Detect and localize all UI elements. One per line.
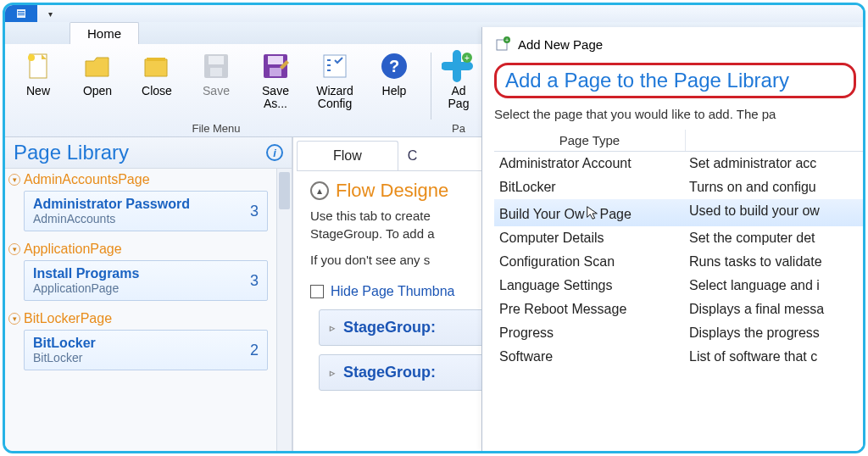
save-as-button[interactable]: Save As... xyxy=(251,49,300,120)
page-item-bitlocker[interactable]: BitLockerBitLocker 2 xyxy=(24,330,268,370)
hide-thumbnails-label: Hide Page Thumbna xyxy=(331,284,454,299)
page-type-row[interactable]: Language SettingsSelect language and i xyxy=(494,274,863,298)
wizard-config-button[interactable]: Wizard Config xyxy=(310,49,359,120)
page-type-row[interactable]: SoftwareList of software that c xyxy=(494,345,863,369)
new-button[interactable]: New xyxy=(14,49,63,120)
svg-rect-3 xyxy=(18,14,25,15)
add-page-dialog: + Add New Page Add a Page to the Page Li… xyxy=(481,27,863,451)
close-button[interactable]: Close xyxy=(132,49,181,120)
dialog-heading-highlight: Add a Page to the Page Library xyxy=(494,63,856,98)
svg-text:+: + xyxy=(465,53,470,63)
ribbon-group-file-label: File Menu xyxy=(192,120,240,136)
svg-rect-2 xyxy=(18,13,25,14)
svg-rect-1 xyxy=(18,11,25,12)
open-button[interactable]: Open xyxy=(73,49,122,120)
twisty-icon: ▾ xyxy=(8,174,20,186)
page-library-panel: Page Library i ▾AdminAccountsPage Admini… xyxy=(5,137,293,451)
twisty-icon: ▾ xyxy=(8,313,20,325)
page-type-row[interactable]: Build Your OwPageUsed to build your ow xyxy=(494,199,863,226)
twisty-icon: ▾ xyxy=(8,243,20,255)
dialog-icon: + xyxy=(494,36,511,53)
page-library-title: Page Library xyxy=(14,141,266,164)
app-menu-icon[interactable] xyxy=(5,5,37,22)
expand-icon: ▹ xyxy=(330,367,335,379)
page-type-row[interactable]: Pre Reboot MessageDisplays a final messa xyxy=(494,298,863,321)
title-bar: ▾ xyxy=(5,5,863,22)
page-type-row[interactable]: Computer DetailsSet the computer det xyxy=(494,226,863,250)
flow-designer-title: Flow Designe xyxy=(336,180,448,202)
ribbon-group-page-label: Pa xyxy=(452,120,465,136)
sidebar-scrollbar[interactable] xyxy=(276,169,292,451)
category-bitlocker[interactable]: ▾BitLockerPage xyxy=(8,311,271,326)
page-type-row[interactable]: BitLockerTurns on and configu xyxy=(494,175,863,199)
dialog-subtitle: Select the page that you would like to a… xyxy=(494,107,863,121)
quick-access-dropdown[interactable]: ▾ xyxy=(37,5,63,22)
dialog-heading: Add a Page to the Page Library xyxy=(505,69,845,92)
tab-home[interactable]: Home xyxy=(70,22,139,44)
expand-icon: ▹ xyxy=(330,322,335,334)
collapse-icon[interactable]: ▴ xyxy=(310,181,329,200)
page-type-row[interactable]: Administrator AccountSet administrator a… xyxy=(494,152,863,175)
help-button[interactable]: ?Help xyxy=(370,49,419,120)
add-page-button[interactable]: +Ad Pag xyxy=(437,49,481,120)
save-button[interactable]: Save xyxy=(192,49,241,120)
svg-rect-9 xyxy=(210,68,222,76)
dialog-title: Add New Page xyxy=(518,37,603,52)
page-item-admin-password[interactable]: Administrator PasswordAdminAccounts 3 xyxy=(24,191,268,231)
page-item-install-programs[interactable]: Install ProgramsApplicationPage 3 xyxy=(24,260,268,301)
tab-flow[interactable]: Flow xyxy=(297,141,398,170)
category-application[interactable]: ▾ApplicationPage xyxy=(8,242,271,257)
svg-rect-11 xyxy=(268,56,283,64)
svg-text:+: + xyxy=(505,37,509,43)
page-type-table: Page Type Administrator AccountSet admin… xyxy=(494,130,863,369)
hide-thumbnails-checkbox[interactable] xyxy=(310,285,324,298)
category-admin-accounts[interactable]: ▾AdminAccountsPage xyxy=(8,172,271,187)
svg-rect-8 xyxy=(209,56,224,64)
svg-rect-12 xyxy=(270,68,281,76)
tab-other[interactable]: C xyxy=(398,141,427,170)
page-type-row[interactable]: ProgressDisplays the progress xyxy=(494,321,863,345)
mouse-cursor-icon xyxy=(585,205,600,224)
col-page-type[interactable]: Page Type xyxy=(494,130,686,151)
svg-point-6 xyxy=(28,54,35,61)
info-icon[interactable]: i xyxy=(266,144,283,161)
svg-text:?: ? xyxy=(389,57,399,75)
page-type-row[interactable]: Configuration ScanRuns tasks to validate xyxy=(494,250,863,274)
